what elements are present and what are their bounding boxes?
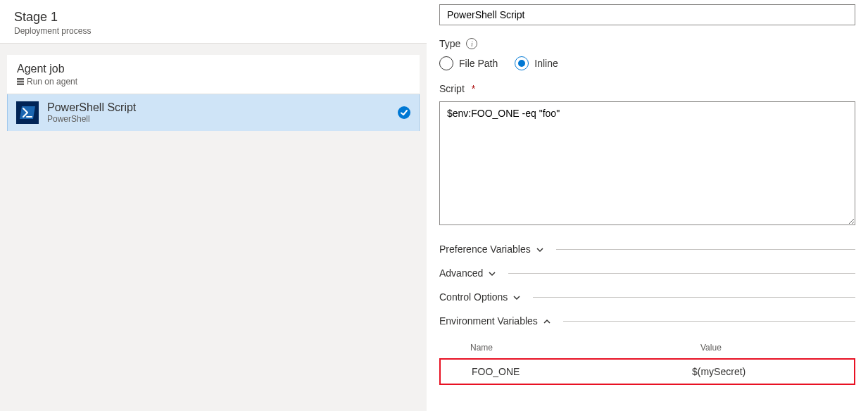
chevron-down-icon [488,269,496,277]
info-icon[interactable]: i [466,38,477,49]
svg-point-5 [398,106,410,119]
env-var-name: FOO_ONE [472,366,692,377]
type-radio-group: File Path Inline [439,56,855,70]
agent-job-card[interactable]: Agent job Run on agent [7,55,420,94]
chevron-up-icon [543,317,551,325]
radio-inline[interactable]: Inline [515,56,558,70]
header-value: Value [700,343,855,353]
agent-job-subtitle: Run on agent [17,77,410,87]
check-circle-icon [398,106,410,119]
script-textarea[interactable] [439,101,855,225]
type-label: Type [439,38,460,49]
section-preference-variables[interactable]: Preference Variables [439,237,855,261]
chevron-down-icon [512,293,521,301]
header-name: Name [470,343,700,353]
radio-file-path[interactable]: File Path [439,56,498,70]
radio-icon [439,56,453,70]
powershell-icon [16,101,39,124]
required-mark: * [472,83,475,94]
env-var-value: $(mySecret) [692,366,847,377]
task-text: PowerShell Script PowerShell [47,101,389,124]
section-environment-variables[interactable]: Environment Variables [439,309,855,333]
svg-rect-0 [17,78,24,80]
svg-rect-1 [17,81,24,83]
section-control-options[interactable]: Control Options [439,285,855,309]
script-label-row: Script* [439,83,855,94]
type-label-row: Type i [439,38,855,49]
task-name: PowerShell Script [47,101,389,114]
radio-icon [515,56,529,70]
table-row[interactable]: FOO_ONE $(mySecret) [439,358,855,385]
stage-header[interactable]: Stage 1 Deployment process [0,0,427,44]
task-type: PowerShell [47,114,389,124]
table-header: Name Value [439,339,855,358]
task-details-panel: Type i File Path Inline Script* Preferen… [427,0,868,411]
pipeline-sidebar: Stage 1 Deployment process Agent job Run… [0,0,427,411]
chevron-down-icon [536,245,544,253]
display-name-input[interactable] [439,4,855,25]
section-advanced[interactable]: Advanced [439,261,855,285]
task-row-powershell[interactable]: PowerShell Script PowerShell [7,94,420,131]
agent-job-title: Agent job [17,63,410,75]
svg-rect-2 [17,84,24,86]
script-label: Script [439,83,465,94]
env-variables-table: Name Value FOO_ONE $(mySecret) [439,339,855,385]
stage-title: Stage 1 [14,10,413,25]
stage-subtitle: Deployment process [14,26,413,36]
server-icon [17,78,24,85]
